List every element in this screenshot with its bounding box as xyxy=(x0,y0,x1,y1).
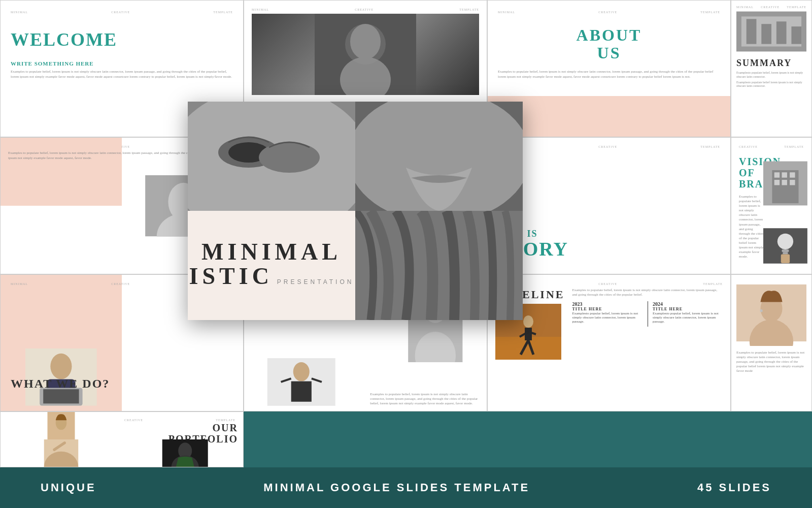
svg-point-47 xyxy=(523,315,533,328)
svg-rect-24 xyxy=(774,180,780,185)
svg-rect-26 xyxy=(790,180,795,185)
svg-rect-77 xyxy=(776,21,787,44)
svg-rect-42 xyxy=(291,382,312,402)
portrait-image xyxy=(736,280,806,346)
about-title: ABOUT US xyxy=(498,26,720,62)
footer-left: UNIQUE xyxy=(41,481,96,494)
slide2-header: MINIMAL CREATIVE TEMPLATE xyxy=(252,8,479,11)
svg-rect-75 xyxy=(747,19,757,44)
slide1-body: Examples to populate belief, lorem ipsum… xyxy=(11,70,233,80)
svg-rect-29 xyxy=(782,249,789,252)
svg-point-33 xyxy=(50,354,72,379)
svg-rect-78 xyxy=(791,26,801,44)
svg-rect-25 xyxy=(782,180,787,185)
portrait-bottom xyxy=(1,439,122,467)
title1: TITLE HERE xyxy=(572,307,642,311)
slide14-header: CREATIVE TEMPLATE xyxy=(119,415,241,422)
svg-rect-30 xyxy=(783,252,788,254)
portfolio-portrait xyxy=(1,412,122,439)
summary-title: SUMMARY xyxy=(736,58,806,69)
slide12-body: Examples to populate belief, lorem ipsum… xyxy=(572,288,723,297)
svg-rect-76 xyxy=(761,24,771,44)
what-we-do-title: WHAT WE DO? xyxy=(11,377,110,391)
face-top-right xyxy=(355,102,523,211)
footer-right: 45 SLIDES xyxy=(697,481,771,494)
happy-image xyxy=(249,358,354,406)
bulb-image xyxy=(763,226,807,266)
pink-square xyxy=(1,138,122,206)
svg-rect-21 xyxy=(774,172,780,177)
slide-about[interactable]: MINIMAL CREATIVE TEMPLATE ABOUT US Examp… xyxy=(487,0,731,137)
svg-rect-36 xyxy=(43,390,79,404)
footer-center: MINIMAL GOOGLE SLIDES TEMPLATE xyxy=(263,481,530,494)
body1: Examplesto popular belief, lorem ipsum i… xyxy=(572,311,642,324)
summary-body: Examplesto populate belief, lorem ipsum … xyxy=(736,71,806,79)
svg-point-56 xyxy=(760,309,763,312)
this-is-text: THIS IS xyxy=(498,229,720,239)
summary-header: MINIMAL CREATIVE TEMPLATE xyxy=(736,6,806,9)
slide8-header: MINIMAL CREATIVE TEMPLATE xyxy=(498,145,720,148)
body2: Examplesto popular belief, lorem ipsum i… xyxy=(653,311,723,324)
slide12-header: MINIMAL CREATIVE TEMPLATE xyxy=(495,282,723,285)
svg-point-41 xyxy=(293,362,310,382)
story-title: STORY xyxy=(498,239,720,259)
slides-grid: MINIMAL CREATIVE TEMPLATE WELCOME WRITE … xyxy=(0,0,812,467)
slide2-image xyxy=(252,14,479,95)
footer: UNIQUE MINIMAL GOOGLE SLIDES TEMPLATE 45… xyxy=(0,467,812,508)
featured-slide[interactable]: MINIMAL ISTIC PRESENTATION xyxy=(188,102,523,320)
slide9-header: CREATIVE TEMPLATE xyxy=(739,145,804,148)
slide1-header: MINIMAL CREATIVE TEMPLATE xyxy=(11,11,233,14)
face-top-left xyxy=(188,102,355,211)
svg-point-69 xyxy=(259,142,320,173)
slide13-body: Examples to populate belief, lorem ipsum… xyxy=(736,351,806,373)
vision-body: Examples to populate belief, lorem ipsum… xyxy=(739,195,765,259)
svg-rect-31 xyxy=(781,255,790,263)
vision-image xyxy=(763,158,807,209)
featured-line1: MINIMAL xyxy=(189,241,354,262)
summary-image xyxy=(736,11,806,52)
main-title-area: MINIMAL ISTIC PRESENTATION xyxy=(188,211,355,320)
title2: TITLE HERE xyxy=(653,307,723,311)
pink-decoration xyxy=(488,96,730,137)
svg-rect-22 xyxy=(782,172,787,177)
slide-vision[interactable]: CREATIVE TEMPLATE VISION OF BRANDING Exa… xyxy=(731,137,812,274)
slide-portfolio[interactable]: CREATIVE TEMPLATE OUR PORTFOLIO xyxy=(0,411,244,467)
slide-story[interactable]: MINIMAL CREATIVE TEMPLATE THIS IS STORY xyxy=(487,137,731,274)
hair-close-up xyxy=(355,211,523,320)
slide11-caption: Examples to populate belief, lorem ipsum… xyxy=(370,392,482,406)
slide3-body: Examples to populate belief, lorem ipsum… xyxy=(498,70,720,80)
slide3-header: MINIMAL CREATIVE TEMPLATE xyxy=(498,11,720,14)
year2: 2024 xyxy=(653,301,723,307)
svg-point-28 xyxy=(777,234,793,249)
dark-image xyxy=(127,439,243,467)
slide-portrait[interactable]: Examples to populate belief, lorem ipsum… xyxy=(731,274,812,411)
svg-point-1 xyxy=(350,24,381,59)
featured-subtitle: PRESENTATION xyxy=(277,278,354,285)
year1: 2023 xyxy=(572,301,642,307)
write-here-label: WRITE SOMETHING HERE xyxy=(11,60,233,67)
slide-timeline[interactable]: MINIMAL CREATIVE TEMPLATE Timeline xyxy=(487,274,731,411)
svg-rect-23 xyxy=(790,172,795,177)
slide-summary-overlay[interactable]: MINIMAL CREATIVE TEMPLATE SUMMARY Exampl… xyxy=(731,0,812,137)
welcome-title: WELCOME xyxy=(11,29,233,50)
featured-line2: ISTIC xyxy=(189,263,273,290)
